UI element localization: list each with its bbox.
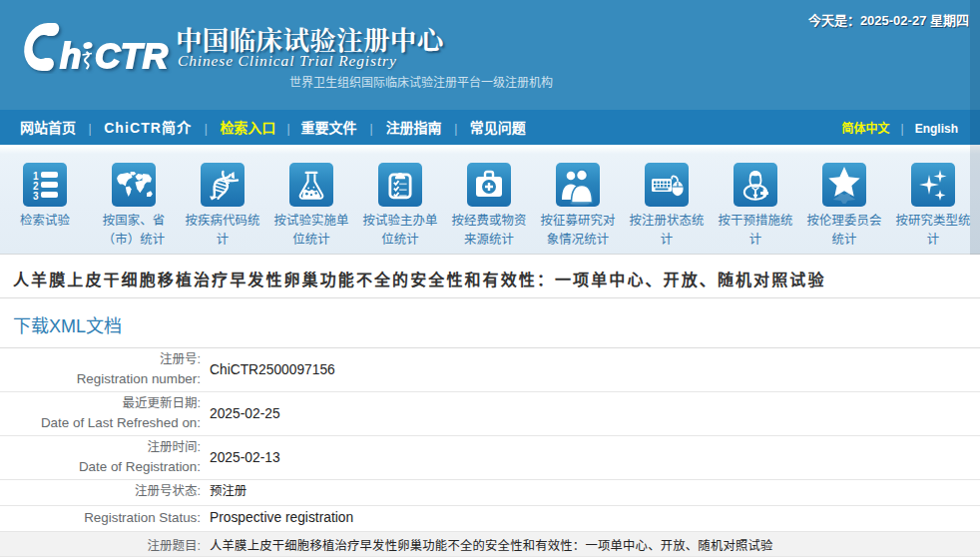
svg-text:3: 3 (33, 191, 39, 200)
svg-text:h: h (60, 36, 81, 74)
svg-text:CTR: CTR (95, 36, 169, 74)
